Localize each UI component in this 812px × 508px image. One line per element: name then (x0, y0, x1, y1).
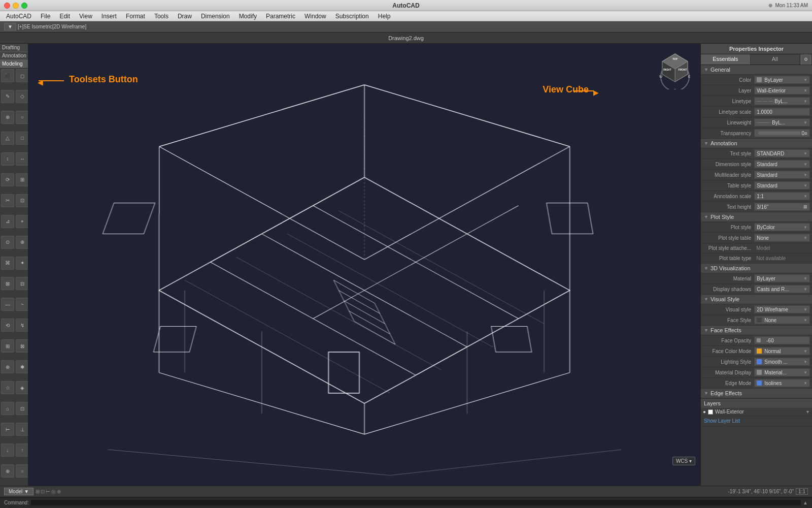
status-icon-grid[interactable]: ⊞ (36, 489, 40, 494)
menu-file[interactable]: File (37, 11, 54, 21)
status-icon-ortho[interactable]: ⊢ (46, 489, 50, 494)
menu-subscription[interactable]: Subscription (331, 11, 373, 21)
tool-icon-5[interactable]: ⊕ (1, 111, 14, 124)
tool-icon-4[interactable]: ◇ (16, 90, 28, 103)
menu-insert[interactable]: Insert (97, 11, 121, 21)
text-height-icon[interactable]: ⊞ (803, 204, 807, 209)
tool-icon-39[interactable]: ⊕ (1, 464, 14, 478)
tool-icon-38[interactable]: ↑ (16, 443, 28, 457)
tool-icon-10[interactable]: ↔ (16, 152, 28, 166)
tool-icon-26[interactable]: ↯ (16, 319, 28, 332)
tab-all[interactable]: All (751, 54, 800, 65)
tool-icon-33[interactable]: ⌂ (1, 402, 14, 415)
tool-icon-23[interactable]: — (1, 298, 14, 311)
toolbar-dropdown[interactable]: ▼ (4, 23, 16, 30)
layer-dropdown-arrow[interactable]: ▼ (805, 409, 810, 415)
tool-icon-13[interactable]: ✂ (1, 194, 14, 207)
section-visual-style[interactable]: ▼ Visual Style (701, 295, 812, 304)
toolset-tab-drafting[interactable]: Drafting (0, 44, 28, 52)
command-expand-icon[interactable]: ▲ (803, 500, 808, 505)
section-annotation[interactable]: ▼ Annotation (701, 139, 812, 148)
close-button[interactable] (4, 3, 10, 9)
tool-icon-15[interactable]: ⊿ (1, 215, 14, 228)
prop-plot-style-value[interactable]: ByColor ▼ (754, 223, 810, 231)
tool-icon-21[interactable]: ⊠ (1, 277, 14, 290)
status-icon-polar[interactable]: ◎ (51, 489, 56, 494)
tool-icon-22[interactable]: ⊟ (16, 277, 28, 290)
tool-icon-9[interactable]: ↕ (1, 152, 14, 166)
menu-window[interactable]: Window (300, 11, 330, 21)
tool-icon-31[interactable]: ☆ (1, 381, 14, 394)
tool-icon-16[interactable]: ⌖ (16, 215, 28, 228)
tool-icon-35[interactable]: ⊢ (1, 423, 14, 436)
prop-face-opacity-value[interactable]: -60 (754, 336, 810, 344)
tool-icon-7[interactable]: △ (1, 132, 14, 145)
panel-settings-icon[interactable]: ⚙ (801, 54, 811, 65)
canvas-area[interactable]: Toolsets Button ◀ View Cube ▶ TOP TOP (28, 44, 700, 486)
maximize-button[interactable] (21, 3, 27, 9)
show-layer-list-link[interactable]: Show Layer List (704, 418, 740, 424)
tool-icon-32[interactable]: ◈ (16, 381, 28, 394)
toolset-tab-modeling[interactable]: Modeling (0, 60, 28, 68)
section-plot-style[interactable]: ▼ Plot Style (701, 212, 812, 222)
menu-dimension[interactable]: Dimension (197, 11, 234, 21)
prop-lighting-style-value[interactable]: Smooth ... ▼ (754, 358, 810, 366)
tool-icon-34[interactable]: ⊡ (16, 402, 28, 415)
tool-icon-17[interactable]: ⊙ (1, 236, 14, 249)
tool-icon-2[interactable]: ◻ (16, 69, 28, 82)
prop-annotation-scale-value[interactable]: 1:1 ▼ (754, 192, 810, 200)
tab-essentials[interactable]: Essentials (701, 54, 751, 65)
prop-plot-style-table-value[interactable]: None ▼ (754, 234, 810, 242)
section-3d-visualization[interactable]: ▼ 3D Visualization (701, 264, 812, 273)
prop-linetype-value[interactable]: — — — ByL... ▼ (754, 97, 810, 105)
tool-icon-40[interactable]: ○ (16, 464, 28, 478)
tool-icon-19[interactable]: ⌘ (1, 257, 14, 270)
tool-icon-29[interactable]: ⊕ (1, 360, 14, 373)
tool-icon-18[interactable]: ⊕ (16, 236, 28, 249)
prop-material-display-value[interactable]: Material... ▼ (754, 368, 810, 376)
model-tab[interactable]: Model ▼ (4, 488, 33, 495)
prop-layer-value[interactable]: Wall-Exterior ▼ (754, 86, 810, 94)
tool-icon-37[interactable]: ↓ (1, 443, 14, 457)
prop-table-style-value[interactable]: Standard ▼ (754, 181, 810, 189)
prop-visual-style-value[interactable]: 2D Wireframe ▼ (754, 305, 810, 313)
menu-edit[interactable]: Edit (55, 11, 74, 21)
prop-edge-mode-value[interactable]: Isolines ▼ (754, 379, 810, 387)
prop-face-style-value[interactable]: None ▼ (754, 316, 810, 324)
tool-icon-28[interactable]: ⊠ (16, 339, 28, 353)
layer-row-wall-exterior[interactable]: ● Wall-Exterior ▼ (701, 408, 812, 416)
status-icon-object-snap[interactable]: ⊕ (57, 489, 61, 494)
menu-draw[interactable]: Draw (174, 11, 196, 21)
prop-multileader-value[interactable]: Standard ▼ (754, 171, 810, 179)
menu-parametric[interactable]: Parametric (262, 11, 299, 21)
menu-help[interactable]: Help (374, 11, 395, 21)
status-icon-snap[interactable]: ⊡ (41, 489, 45, 494)
prop-linetype-scale-value[interactable]: 1.0000 (754, 108, 810, 116)
tool-icon-11[interactable]: ⟳ (1, 173, 14, 186)
layer-visibility-icon[interactable]: ● (703, 409, 706, 415)
prop-dim-style-value[interactable]: Standard ▼ (754, 160, 810, 168)
tool-icon-3[interactable]: ✎ (1, 90, 14, 103)
prop-face-color-mode-value[interactable]: Normal ▼ (754, 347, 810, 355)
tool-icon-30[interactable]: ✱ (16, 360, 28, 373)
tool-icon-14[interactable]: ⊡ (16, 194, 28, 207)
prop-display-shadows-value[interactable]: Casts and R... ▼ (754, 285, 810, 293)
tool-icon-24[interactable]: ~ (16, 298, 28, 311)
prop-transparency-value[interactable]: 0 ≡ (754, 129, 810, 137)
tool-icon-20[interactable]: ✦ (16, 257, 28, 270)
tool-icon-25[interactable]: ⟲ (1, 319, 14, 332)
prop-material-value[interactable]: ByLayer ▼ (754, 274, 810, 282)
toolset-tab-annotation[interactable]: Annotation (0, 52, 28, 60)
scale-display[interactable]: 1:1 (796, 488, 808, 495)
show-layer-list-row[interactable]: Show Layer List (701, 416, 812, 426)
menu-view[interactable]: View (75, 11, 96, 21)
command-input[interactable] (31, 500, 801, 505)
menu-tools[interactable]: Tools (150, 11, 173, 21)
menu-autocad[interactable]: AutoCAD (2, 11, 36, 21)
prop-text-height-value[interactable]: 3/16" ⊞ (754, 203, 810, 211)
minimize-button[interactable] (13, 3, 19, 9)
tool-icon-27[interactable]: ⊞ (1, 339, 14, 353)
view-cube[interactable]: TOP TOP FRONT RIGHT S W E (655, 49, 695, 89)
section-face-effects[interactable]: ▼ Face Effects (701, 326, 812, 335)
tool-icon-8[interactable]: □ (16, 132, 28, 145)
